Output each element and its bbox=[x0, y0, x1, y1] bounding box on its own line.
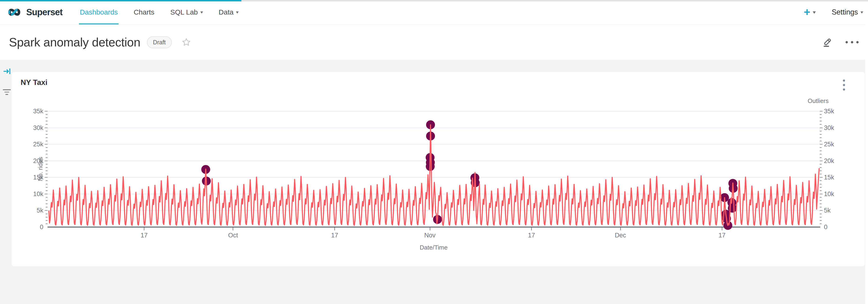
timeseries-chart[interactable]: 005k5k10k10k15k15k20k20k25k25k30k30k35k3… bbox=[12, 72, 865, 266]
y-axis-tick bbox=[45, 194, 48, 194]
y-axis-tick-right bbox=[820, 181, 822, 181]
y-axis-tick bbox=[46, 164, 48, 164]
add-new-button[interactable]: + ▾ bbox=[804, 7, 815, 17]
more-actions-button[interactable] bbox=[845, 41, 859, 44]
y-axis-tick-right bbox=[820, 217, 822, 217]
nav-item-charts[interactable]: Charts bbox=[126, 0, 162, 24]
y-axis-tick-right bbox=[820, 128, 823, 128]
status-badge: Draft bbox=[147, 36, 172, 48]
y-axis-tick bbox=[46, 134, 48, 135]
arrow-to-bar-icon bbox=[3, 67, 11, 76]
y-axis-tick-right bbox=[820, 137, 822, 138]
superset-dashboard-app: Superset Dashboards Charts SQL Lab ▾ Dat… bbox=[0, 0, 868, 304]
y-axis-tick bbox=[46, 200, 48, 201]
y-axis-tick-right bbox=[820, 147, 822, 148]
y-axis-tick bbox=[46, 167, 48, 168]
y-axis-tick-right bbox=[820, 194, 823, 194]
y-axis-tick bbox=[46, 114, 48, 115]
superset-logo-icon bbox=[6, 7, 23, 18]
y-axis-tick-right bbox=[820, 200, 822, 201]
y-axis-tick bbox=[45, 111, 48, 111]
x-axis-tick bbox=[233, 227, 233, 230]
y-axis-tick bbox=[46, 187, 48, 188]
filter-lines-icon bbox=[2, 88, 11, 96]
x-axis-tick-label: 17 bbox=[320, 232, 349, 239]
chevron-down-icon: ▾ bbox=[861, 10, 863, 15]
nav-item-data[interactable]: Data ▾ bbox=[211, 0, 246, 24]
x-axis-tick-label: Dec bbox=[607, 232, 634, 239]
settings-label: Settings bbox=[832, 8, 858, 17]
y-axis-tick-label-right: 10k bbox=[824, 190, 845, 198]
rides-line-chart-canvas bbox=[48, 111, 819, 227]
y-axis-tick bbox=[46, 224, 48, 224]
page-title: Spark anomaly detection bbox=[9, 35, 141, 49]
nav-item-sql-lab[interactable]: SQL Lab ▾ bbox=[162, 0, 211, 24]
y-axis-tick-label: 25k bbox=[22, 140, 43, 148]
y-axis-tick bbox=[46, 217, 48, 217]
favorite-star-button[interactable] bbox=[181, 37, 191, 47]
x-axis-tick bbox=[144, 227, 144, 230]
x-axis-tick bbox=[722, 227, 722, 230]
chart-card-ny-taxi: NY Taxi 005k5k10k10k15k15k20k20k25k25k30… bbox=[12, 72, 865, 266]
y-axis-tick-right bbox=[820, 134, 822, 135]
y-axis-tick-right bbox=[820, 164, 822, 164]
x-axis-tick-label: Oct bbox=[219, 232, 247, 239]
nav-item-dashboards[interactable]: Dashboards bbox=[72, 0, 126, 24]
y-axis-tick-label-right: 15k bbox=[824, 173, 845, 181]
y-axis-tick-right bbox=[820, 114, 822, 115]
y-axis-tick bbox=[45, 128, 48, 128]
y-axis-tick bbox=[46, 131, 48, 131]
expand-filter-bar-button[interactable] bbox=[3, 67, 11, 77]
y-axis-tick-right bbox=[820, 207, 822, 208]
dashboard-actions bbox=[821, 36, 859, 48]
x-axis-title: Date/Time bbox=[410, 244, 457, 251]
nav-item-label: SQL Lab bbox=[170, 8, 198, 16]
edit-dashboard-button[interactable] bbox=[821, 36, 833, 48]
y-axis-tick-right bbox=[820, 187, 822, 188]
y-axis-tick bbox=[46, 197, 48, 197]
y-axis-tick-label-right: 5k bbox=[824, 206, 845, 214]
y-axis-tick bbox=[45, 177, 48, 177]
y-axis-tick bbox=[46, 150, 48, 151]
y-axis-tick bbox=[46, 214, 48, 214]
y-axis-tick bbox=[46, 191, 48, 191]
x-axis-tick-label: 17 bbox=[130, 232, 158, 239]
y-axis-tick-label: 30k bbox=[22, 124, 43, 132]
filter-bar-collapsed-button[interactable] bbox=[2, 88, 11, 97]
y-axis-tick-right bbox=[820, 150, 822, 151]
y-axis-tick-right bbox=[820, 210, 823, 211]
rides-line-series bbox=[49, 125, 819, 225]
y-axis-tick-right bbox=[820, 214, 822, 214]
y-axis-tick-right bbox=[820, 170, 822, 171]
y-axis-tick bbox=[46, 174, 48, 174]
y-axis-tick-label-right: 0 bbox=[824, 223, 845, 231]
y-axis-tick-right bbox=[820, 220, 822, 221]
y-axis-tick bbox=[46, 147, 48, 148]
y-axis-tick bbox=[46, 124, 48, 125]
plus-icon: + bbox=[804, 7, 810, 17]
x-axis-tick-label: 17 bbox=[708, 232, 736, 239]
y-axis-tick-right bbox=[820, 141, 822, 141]
y-axis-tick-label-right: 20k bbox=[824, 157, 845, 165]
window-scrollbar-track[interactable] bbox=[865, 0, 868, 304]
y-axis-tick-right bbox=[820, 144, 823, 144]
y-axis-tick-right bbox=[820, 124, 822, 125]
y-axis-tick-label-right: 25k bbox=[824, 140, 845, 148]
superset-brand[interactable]: Superset bbox=[6, 7, 63, 18]
top-progress-track bbox=[0, 0, 868, 1]
y-axis-tick bbox=[46, 181, 48, 181]
y-axis-tick bbox=[46, 141, 48, 141]
nav-item-label: Data bbox=[219, 8, 234, 16]
nav-item-label: Dashboards bbox=[80, 8, 118, 16]
x-axis-tick bbox=[531, 227, 532, 230]
settings-menu[interactable]: Settings ▾ bbox=[832, 8, 863, 17]
chevron-down-icon: ▾ bbox=[200, 10, 203, 15]
y-axis-tick bbox=[45, 210, 48, 211]
y-axis-tick-right bbox=[820, 154, 822, 154]
y-axis-tick bbox=[46, 203, 48, 204]
y-axis-tick bbox=[45, 161, 48, 161]
y-axis-tick-right bbox=[820, 121, 822, 121]
chevron-down-icon: ▾ bbox=[813, 10, 816, 14]
y-axis-tick-label: 5k bbox=[22, 206, 43, 214]
dashboard-header: Spark anomaly detection Draft bbox=[0, 25, 868, 60]
